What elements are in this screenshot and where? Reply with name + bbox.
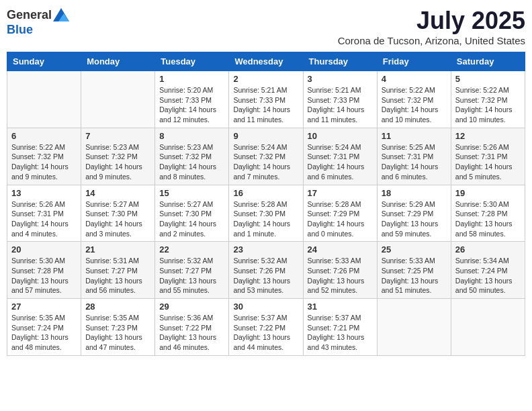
logo: General Blue [7,7,69,37]
day-info: Sunrise: 5:23 AMSunset: 7:32 PMDaylight:… [159,142,224,182]
day-header-wednesday: Wednesday [229,52,303,71]
calendar-cell: 3Sunrise: 5:21 AMSunset: 7:33 PMDaylight… [303,71,377,128]
day-info: Sunrise: 5:24 AMSunset: 7:32 PMDaylight:… [233,142,298,182]
day-info: Sunrise: 5:24 AMSunset: 7:31 PMDaylight:… [308,142,373,182]
calendar-cell: 26Sunrise: 5:34 AMSunset: 7:24 PMDayligh… [451,242,525,299]
calendar-week-row: 27Sunrise: 5:35 AMSunset: 7:24 PMDayligh… [7,299,525,356]
calendar-cell [451,299,525,356]
calendar-cell: 14Sunrise: 5:27 AMSunset: 7:30 PMDayligh… [81,185,155,242]
day-number: 22 [159,244,224,255]
calendar-cell: 4Sunrise: 5:22 AMSunset: 7:32 PMDaylight… [377,71,451,128]
day-info: Sunrise: 5:30 AMSunset: 7:28 PMDaylight:… [455,199,521,239]
day-info: Sunrise: 5:21 AMSunset: 7:33 PMDaylight:… [308,85,373,125]
day-info: Sunrise: 5:37 AMSunset: 7:22 PMDaylight:… [233,313,298,353]
day-info: Sunrise: 5:29 AMSunset: 7:29 PMDaylight:… [382,199,447,239]
calendar-cell: 1Sunrise: 5:20 AMSunset: 7:33 PMDaylight… [155,71,229,128]
day-info: Sunrise: 5:33 AMSunset: 7:26 PMDaylight:… [308,256,373,295]
day-info: Sunrise: 5:28 AMSunset: 7:30 PMDaylight:… [233,199,298,239]
day-number: 24 [308,244,373,255]
day-info: Sunrise: 5:27 AMSunset: 7:30 PMDaylight:… [159,199,224,239]
day-number: 5 [455,74,521,84]
day-number: 30 [233,302,298,312]
calendar-cell: 21Sunrise: 5:31 AMSunset: 7:27 PMDayligh… [81,242,155,299]
calendar-cell: 7Sunrise: 5:23 AMSunset: 7:32 PMDaylight… [81,128,155,185]
day-header-thursday: Thursday [303,52,377,71]
logo-general-text: General [7,8,52,22]
day-number: 10 [308,131,373,141]
day-info: Sunrise: 5:25 AMSunset: 7:31 PMDaylight:… [382,142,447,182]
calendar-cell: 2Sunrise: 5:21 AMSunset: 7:33 PMDaylight… [229,71,303,128]
day-number: 23 [233,244,298,255]
day-info: Sunrise: 5:22 AMSunset: 7:32 PMDaylight:… [11,142,77,182]
calendar-cell: 20Sunrise: 5:30 AMSunset: 7:28 PMDayligh… [7,242,81,299]
calendar-cell [377,299,451,356]
day-info: Sunrise: 5:26 AMSunset: 7:31 PMDaylight:… [455,142,521,182]
calendar-cell: 16Sunrise: 5:28 AMSunset: 7:30 PMDayligh… [229,185,303,242]
logo-icon [53,7,69,23]
day-info: Sunrise: 5:28 AMSunset: 7:29 PMDaylight:… [308,199,373,239]
calendar-week-row: 13Sunrise: 5:26 AMSunset: 7:31 PMDayligh… [7,185,525,242]
calendar-cell: 22Sunrise: 5:32 AMSunset: 7:27 PMDayligh… [155,242,229,299]
day-info: Sunrise: 5:36 AMSunset: 7:22 PMDaylight:… [159,313,224,353]
calendar-cell: 30Sunrise: 5:37 AMSunset: 7:22 PMDayligh… [229,299,303,356]
day-header-sunday: Sunday [7,52,81,71]
day-number: 18 [382,188,447,198]
day-number: 20 [11,244,77,255]
day-header-tuesday: Tuesday [155,52,229,71]
day-number: 15 [159,188,224,198]
day-info: Sunrise: 5:31 AMSunset: 7:27 PMDaylight:… [85,256,150,295]
day-number: 21 [85,244,150,255]
day-number: 14 [85,188,150,198]
day-number: 16 [233,188,298,198]
calendar-cell: 11Sunrise: 5:25 AMSunset: 7:31 PMDayligh… [377,128,451,185]
day-info: Sunrise: 5:30 AMSunset: 7:28 PMDaylight:… [11,256,77,295]
calendar-cell: 31Sunrise: 5:37 AMSunset: 7:21 PMDayligh… [303,299,377,356]
day-info: Sunrise: 5:20 AMSunset: 7:33 PMDaylight:… [159,85,224,125]
calendar-cell: 24Sunrise: 5:33 AMSunset: 7:26 PMDayligh… [303,242,377,299]
day-number: 1 [159,74,224,84]
calendar-week-row: 6Sunrise: 5:22 AMSunset: 7:32 PMDaylight… [7,128,525,185]
location-text: Corona de Tucson, Arizona, United States [338,35,525,46]
day-info: Sunrise: 5:22 AMSunset: 7:32 PMDaylight:… [455,85,521,125]
day-info: Sunrise: 5:37 AMSunset: 7:21 PMDaylight:… [308,313,373,353]
day-info: Sunrise: 5:27 AMSunset: 7:30 PMDaylight:… [85,199,150,239]
day-number: 12 [455,131,521,141]
day-number: 7 [85,131,150,141]
day-info: Sunrise: 5:21 AMSunset: 7:33 PMDaylight:… [233,85,298,125]
day-info: Sunrise: 5:35 AMSunset: 7:24 PMDaylight:… [11,313,77,353]
calendar-cell: 25Sunrise: 5:33 AMSunset: 7:25 PMDayligh… [377,242,451,299]
calendar-cell: 23Sunrise: 5:32 AMSunset: 7:26 PMDayligh… [229,242,303,299]
day-number: 3 [308,74,373,84]
day-number: 26 [455,244,521,255]
calendar-week-row: 1Sunrise: 5:20 AMSunset: 7:33 PMDaylight… [7,71,525,128]
calendar-cell: 6Sunrise: 5:22 AMSunset: 7:32 PMDaylight… [7,128,81,185]
day-info: Sunrise: 5:35 AMSunset: 7:23 PMDaylight:… [85,313,150,353]
calendar-header-row: SundayMondayTuesdayWednesdayThursdayFrid… [7,52,525,71]
calendar-table: SundayMondayTuesdayWednesdayThursdayFrid… [7,52,525,356]
calendar-cell: 5Sunrise: 5:22 AMSunset: 7:32 PMDaylight… [451,71,525,128]
day-info: Sunrise: 5:34 AMSunset: 7:24 PMDaylight:… [455,256,521,295]
logo-blue-text: Blue [7,23,33,37]
day-number: 29 [159,302,224,312]
page-header: General Blue July 2025 Corona de Tucson,… [7,7,525,46]
calendar-cell: 9Sunrise: 5:24 AMSunset: 7:32 PMDaylight… [229,128,303,185]
calendar-cell: 29Sunrise: 5:36 AMSunset: 7:22 PMDayligh… [155,299,229,356]
day-number: 19 [455,188,521,198]
day-number: 28 [85,302,150,312]
day-number: 31 [308,302,373,312]
day-info: Sunrise: 5:32 AMSunset: 7:27 PMDaylight:… [159,256,224,295]
calendar-cell: 10Sunrise: 5:24 AMSunset: 7:31 PMDayligh… [303,128,377,185]
calendar-cell: 28Sunrise: 5:35 AMSunset: 7:23 PMDayligh… [81,299,155,356]
calendar-week-row: 20Sunrise: 5:30 AMSunset: 7:28 PMDayligh… [7,242,525,299]
day-number: 6 [11,131,77,141]
calendar-cell: 15Sunrise: 5:27 AMSunset: 7:30 PMDayligh… [155,185,229,242]
day-header-friday: Friday [377,52,451,71]
calendar-cell [7,71,81,128]
calendar-cell: 8Sunrise: 5:23 AMSunset: 7:32 PMDaylight… [155,128,229,185]
calendar-cell: 19Sunrise: 5:30 AMSunset: 7:28 PMDayligh… [451,185,525,242]
day-number: 17 [308,188,373,198]
day-info: Sunrise: 5:22 AMSunset: 7:32 PMDaylight:… [382,85,447,125]
calendar-cell: 17Sunrise: 5:28 AMSunset: 7:29 PMDayligh… [303,185,377,242]
calendar-cell: 18Sunrise: 5:29 AMSunset: 7:29 PMDayligh… [377,185,451,242]
month-title: July 2025 [338,7,525,35]
